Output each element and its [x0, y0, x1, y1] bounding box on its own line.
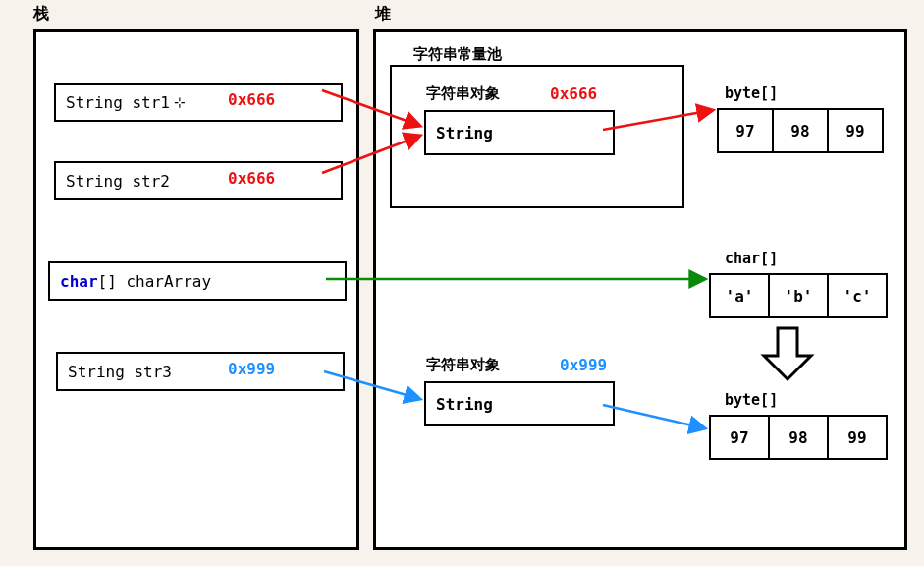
byte1-cell-1: 98 — [772, 108, 829, 153]
char-array-label: char[] — [725, 250, 778, 267]
pool-string-object: String — [424, 110, 615, 155]
var-str2-decl: String str2 — [66, 172, 170, 191]
char-array: 'a' 'b' 'c' — [709, 273, 888, 318]
keyword-char: char — [60, 272, 98, 291]
pool-string-value: String — [436, 124, 493, 142]
var-str3: String str3 — [56, 352, 345, 391]
byte1-cell-2: 99 — [827, 108, 884, 153]
var-str2: String str2 — [54, 161, 343, 200]
addr-str1: 0x666 — [228, 90, 275, 109]
byte-array-1-label: byte[] — [725, 85, 778, 102]
byte2-cell-0: 97 — [709, 415, 770, 460]
byte-array-1: 97 98 99 — [717, 108, 884, 153]
byte2-cell-1: 98 — [768, 415, 829, 460]
var-charArray-rest: [] charArray — [98, 272, 212, 291]
char-cell-2: 'c' — [827, 273, 888, 318]
text-cursor-icon: ⊹ — [174, 94, 186, 110]
pool-obj-addr: 0x666 — [550, 85, 597, 103]
diagram-canvas: 栈 堆 String str1 ⊹ 0x666 String str2 0x66… — [0, 0, 924, 566]
var-str1-decl: String str1 — [66, 93, 170, 112]
stack-heading: 栈 — [33, 4, 49, 25]
new-string-object: String — [424, 381, 615, 426]
byte2-cell-2: 99 — [827, 415, 888, 460]
string-pool-label: 字符串常量池 — [413, 45, 502, 64]
char-cell-0: 'a' — [709, 273, 770, 318]
var-str1: String str1 ⊹ — [54, 83, 343, 122]
char-cell-1: 'b' — [768, 273, 829, 318]
heap-heading: 堆 — [375, 4, 391, 25]
byte1-cell-0: 97 — [717, 108, 774, 153]
byte-array-2-label: byte[] — [725, 391, 778, 409]
addr-str3: 0x999 — [228, 360, 275, 378]
var-str3-decl: String str3 — [68, 363, 172, 381]
byte-array-2: 97 98 99 — [709, 415, 888, 460]
new-obj-addr: 0x999 — [560, 356, 607, 374]
new-obj-label: 字符串对象 — [426, 356, 500, 374]
new-string-value: String — [436, 395, 493, 414]
pool-obj-label: 字符串对象 — [426, 85, 500, 103]
var-charArray: char[] charArray — [48, 261, 347, 301]
addr-str2: 0x666 — [228, 169, 275, 188]
